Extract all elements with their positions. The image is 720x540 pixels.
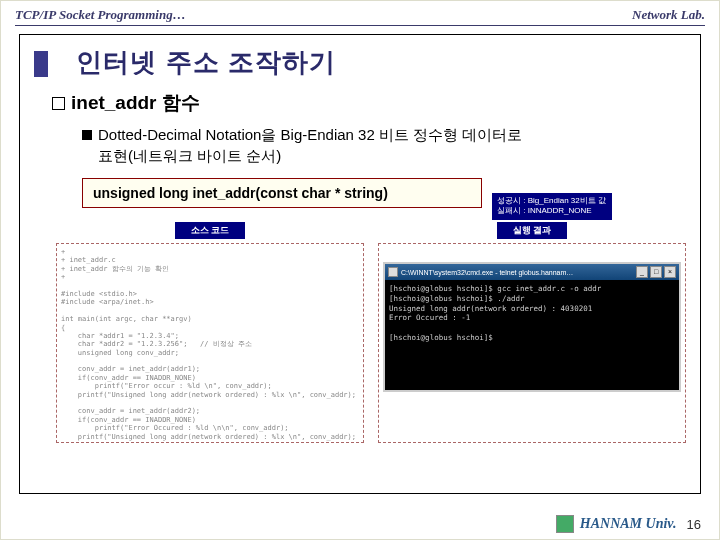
prototype-box: unsigned long inet_addr(const char * str… [82,178,482,208]
terminal-output: [hschoi@globus hschoi]$ gcc inet_addr.c … [385,280,679,347]
columns: 소스 코드 + + inet_addr.c + inet_addr 함수의 기능… [56,222,686,443]
terminal-title: C:\WINNT\system32\cmd.exe - telnet globu… [401,269,634,276]
slide-title-row: 인터넷 주소 조작하기 [34,45,686,80]
return-fail: 실패시 : INNADDR_NONE [497,206,607,216]
terminal-window: C:\WINNT\system32\cmd.exe - telnet globu… [383,262,681,392]
header-right: Network Lab. [632,7,705,23]
bullet-square-icon [52,97,65,110]
header-rule [15,25,705,26]
source-label: 소스 코드 [175,222,245,239]
section-desc: Dotted-Decimal Notation을 Big-Endian 32 비… [82,124,686,166]
source-code: + + inet_addr.c + inet_addr 함수의 기능 확인 + … [56,243,364,443]
footer: HANNAM Univ. 16 [556,515,701,533]
result-label: 실행 결과 [497,222,567,239]
result-box: C:\WINNT\system32\cmd.exe - telnet globu… [378,243,686,443]
right-col: 실행 결과 C:\WINNT\system32\cmd.exe - telnet… [378,222,686,443]
bullet-filled-icon [82,130,92,140]
maximize-icon: □ [650,266,662,278]
terminal-titlebar: C:\WINNT\system32\cmd.exe - telnet globu… [385,264,679,280]
slide-title: 인터넷 주소 조작하기 [76,47,335,77]
content-frame: 인터넷 주소 조작하기 inet_addr 함수 Dotted-Decimal … [19,34,701,494]
title-bar-icon [34,51,48,77]
desc-line1: Dotted-Decimal Notation을 Big-Endian 32 비… [98,126,522,143]
header-left: TCP/IP Socket Programming… [15,7,186,23]
section-heading: inet_addr 함수 [52,90,686,116]
page-number: 16 [687,517,701,532]
left-col: 소스 코드 + + inet_addr.c + inet_addr 함수의 기능… [56,222,364,443]
return-success: 성공시 : Big_Endian 32비트 값 [497,196,607,206]
university-logo-icon [556,515,574,533]
close-icon: × [664,266,676,278]
desc-line2: 표현(네트워크 바이트 순서) [98,147,281,164]
return-box: 성공시 : Big_Endian 32비트 값 실패시 : INNADDR_NO… [492,193,612,220]
university-name: HANNAM Univ. [580,516,677,532]
minimize-icon: _ [636,266,648,278]
section1-text: inet_addr 함수 [71,92,200,113]
terminal-icon [388,267,398,277]
